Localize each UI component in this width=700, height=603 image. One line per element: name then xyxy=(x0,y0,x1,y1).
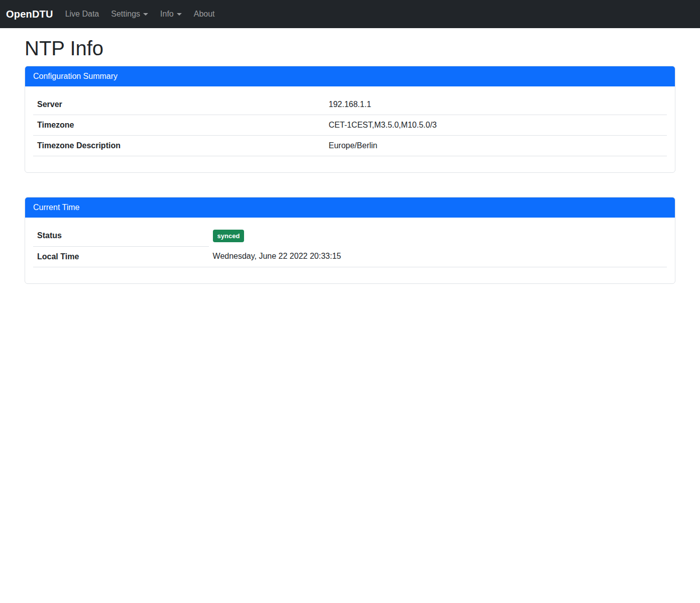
row-value-timezone-description: Europe/Berlin xyxy=(325,136,667,156)
status-badge: synced xyxy=(213,230,245,242)
table-row-timezone-description: Timezone Description Europe/Berlin xyxy=(33,136,667,156)
nav-item-about-label: About xyxy=(194,10,215,19)
row-value-timezone: CET-1CEST,M3.5.0,M10.5.0/3 xyxy=(325,115,667,136)
page-root: OpenDTU Live Data Settings Info xyxy=(0,0,700,603)
top-navbar: OpenDTU Live Data Settings Info xyxy=(0,0,700,28)
chevron-down-icon xyxy=(143,13,148,16)
row-label-status: Status xyxy=(33,226,209,246)
table-row-status: Status synced xyxy=(33,226,667,246)
table-row-timezone: Timezone CET-1CEST,M3.5.0,M10.5.0/3 xyxy=(33,115,667,136)
configuration-summary-header: Configuration Summary xyxy=(25,66,675,86)
navbar-brand[interactable]: OpenDTU xyxy=(6,9,53,20)
configuration-summary-body: Server 192.168.1.1 Timezone CET-1CEST,M3… xyxy=(25,86,675,172)
nav-item-settings[interactable]: Settings xyxy=(107,6,152,23)
table-row-server: Server 192.168.1.1 xyxy=(33,94,667,115)
row-label-timezone-description: Timezone Description xyxy=(33,136,325,156)
main-container: NTP Info Configuration Summary Server 19… xyxy=(19,36,681,284)
current-time-header: Current Time xyxy=(25,197,675,218)
nav-item-settings-label: Settings xyxy=(111,10,140,19)
row-label-server: Server xyxy=(33,94,325,115)
configuration-summary-card: Configuration Summary Server 192.168.1.1… xyxy=(25,66,675,173)
current-time-body: Status synced Local Time Wednesday, June… xyxy=(25,218,675,283)
row-value-status: synced xyxy=(209,226,667,246)
current-time-table: Status synced Local Time Wednesday, June… xyxy=(33,226,667,267)
configuration-summary-table: Server 192.168.1.1 Timezone CET-1CEST,M3… xyxy=(33,94,667,156)
page-title: NTP Info xyxy=(25,36,675,60)
nav-item-live-data-label: Live Data xyxy=(65,10,99,19)
navbar-nav: Live Data Settings Info About xyxy=(61,6,223,23)
nav-item-info-label: Info xyxy=(160,10,174,19)
nav-item-info[interactable]: Info xyxy=(156,6,186,23)
row-label-local-time: Local Time xyxy=(33,246,209,267)
row-label-timezone: Timezone xyxy=(33,115,325,136)
chevron-down-icon xyxy=(177,13,182,16)
row-value-server: 192.168.1.1 xyxy=(325,94,667,115)
table-row-local-time: Local Time Wednesday, June 22 2022 20:33… xyxy=(33,246,667,267)
row-value-local-time: Wednesday, June 22 2022 20:33:15 xyxy=(209,246,667,267)
nav-item-live-data[interactable]: Live Data xyxy=(61,6,103,23)
current-time-card: Current Time Status synced Local Time We… xyxy=(25,197,675,284)
nav-item-about[interactable]: About xyxy=(190,6,219,23)
